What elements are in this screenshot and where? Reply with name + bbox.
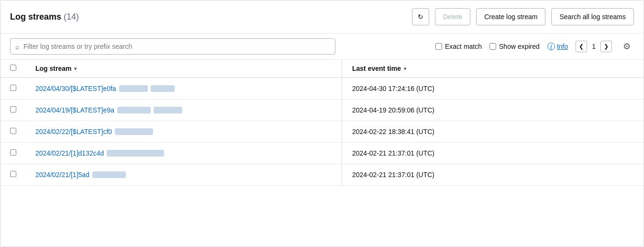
title-count: (14) [64, 12, 79, 22]
stream-link[interactable]: 2024/02/21/[1]d132c4d [35, 149, 104, 157]
redacted-block-1 [115, 128, 153, 135]
show-expired-text: Show expired [499, 43, 540, 50]
event-time-cell: 2024-02-22 18:38:41 (UTC) [343, 121, 644, 143]
stream-cell-content: 2024/04/30/[$LATEST]e0fa [35, 85, 332, 92]
event-time-cell: 2024-02-21 21:37:01 (UTC) [343, 143, 644, 164]
search-input[interactable] [23, 43, 330, 50]
stream-cell-content: 2024/04/19/[$LATEST]e9a [35, 106, 332, 114]
col-event-label: Last event time [352, 65, 401, 72]
row-checkbox-cell [0, 121, 26, 143]
filter-options: Exact match Show expired i Info ❮ 1 ❯ ⚙ [435, 39, 634, 54]
search-wrapper: ⌕ [10, 38, 335, 55]
page-title: Log streams (14) [10, 12, 79, 22]
create-label: Create log stream [484, 13, 537, 21]
redacted-block-1 [107, 150, 164, 157]
info-link[interactable]: i Info [547, 43, 568, 50]
row-checkbox[interactable] [10, 171, 16, 177]
exact-match-checkbox[interactable] [435, 43, 442, 50]
row-checkbox[interactable] [10, 149, 16, 156]
refresh-icon: ↻ [418, 13, 423, 21]
select-all-checkbox[interactable] [10, 65, 16, 71]
event-sort-icon: ▾ [404, 66, 406, 71]
redacted-block-1 [119, 85, 148, 92]
pagination: ❮ 1 ❯ [576, 41, 612, 52]
refresh-button[interactable]: ↻ [412, 8, 429, 25]
redacted-block-1 [117, 107, 151, 113]
select-all-col [0, 60, 26, 78]
settings-button[interactable]: ⚙ [620, 39, 634, 54]
stream-cell-content: 2024/02/21/[1]5ad [35, 171, 332, 179]
stream-name-cell: 2024/04/30/[$LATEST]e0fa [26, 78, 342, 100]
log-streams-table: Log stream ▾ Last event time ▾ 2024/04/3… [0, 60, 644, 186]
stream-name-cell: 2024/02/21/[1]d132c4d [26, 143, 342, 164]
delete-label: Delete [443, 13, 462, 21]
create-log-stream-button[interactable]: Create log stream [476, 8, 545, 25]
row-checkbox[interactable] [10, 106, 16, 112]
stream-link[interactable]: 2024/02/21/[1]5ad [35, 171, 89, 179]
redacted-block-2 [154, 107, 182, 113]
row-checkbox-cell [0, 143, 26, 164]
info-icon: i [547, 43, 555, 50]
table-row: 2024/04/19/[$LATEST]e9a2024-04-19 20:59:… [0, 100, 644, 121]
row-checkbox-cell [0, 78, 26, 100]
search-all-label: Search all log streams [559, 13, 626, 21]
stream-name-cell: 2024/02/22/[$LATEST]cf0 [26, 121, 342, 143]
col-header-event[interactable]: Last event time ▾ [343, 60, 644, 78]
col-stream-label: Log stream [35, 65, 71, 72]
table-row: 2024/02/21/[1]5ad2024-02-21 21:37:01 (UT… [0, 164, 644, 186]
table-row: 2024/04/30/[$LATEST]e0fa2024-04-30 17:24… [0, 78, 644, 100]
next-page-button[interactable]: ❯ [600, 41, 612, 52]
stream-link[interactable]: 2024/04/19/[$LATEST]e9a [35, 106, 114, 114]
stream-name-cell: 2024/04/19/[$LATEST]e9a [26, 100, 342, 121]
search-icon: ⌕ [15, 43, 20, 51]
page-header: Log streams (14) ↻ Delete Create log str… [0, 0, 644, 34]
prev-page-button[interactable]: ❮ [576, 41, 587, 52]
delete-button[interactable]: Delete [435, 8, 470, 25]
toolbar: ⌕ Exact match Show expired i Info ❮ 1 ❯ … [0, 34, 644, 60]
title-text: Log streams [10, 12, 61, 22]
table-row: 2024/02/22/[$LATEST]cf02024-02-22 18:38:… [0, 121, 644, 143]
exact-match-text: Exact match [445, 43, 482, 50]
exact-match-label[interactable]: Exact match [435, 43, 482, 50]
stream-cell-content: 2024/02/22/[$LATEST]cf0 [35, 128, 332, 135]
stream-name-cell: 2024/02/21/[1]5ad [26, 164, 342, 186]
show-expired-label[interactable]: Show expired [489, 43, 540, 50]
row-checkbox[interactable] [10, 85, 16, 91]
stream-link[interactable]: 2024/02/22/[$LATEST]cf0 [35, 128, 112, 135]
page-number: 1 [589, 43, 599, 50]
event-time-cell: 2024-02-21 21:37:01 (UTC) [343, 164, 644, 186]
stream-sort-icon: ▾ [74, 66, 77, 71]
search-all-log-streams-button[interactable]: Search all log streams [551, 8, 634, 25]
table-row: 2024/02/21/[1]d132c4d2024-02-21 21:37:01… [0, 143, 644, 164]
stream-link[interactable]: 2024/04/30/[$LATEST]e0fa [35, 85, 116, 92]
stream-cell-content: 2024/02/21/[1]d132c4d [35, 149, 332, 157]
row-checkbox-cell [0, 100, 26, 121]
info-text: Info [557, 43, 568, 50]
show-expired-checkbox[interactable] [489, 43, 496, 50]
row-checkbox[interactable] [10, 128, 16, 134]
redacted-block-2 [151, 85, 175, 92]
main-container: Log streams (14) ↻ Delete Create log str… [0, 0, 644, 247]
row-checkbox-cell [0, 164, 26, 186]
event-time-cell: 2024-04-19 20:59:06 (UTC) [343, 100, 644, 121]
redacted-block-1 [92, 171, 126, 178]
col-header-stream[interactable]: Log stream ▾ [26, 60, 342, 78]
event-time-cell: 2024-04-30 17:24:16 (UTC) [343, 78, 644, 100]
